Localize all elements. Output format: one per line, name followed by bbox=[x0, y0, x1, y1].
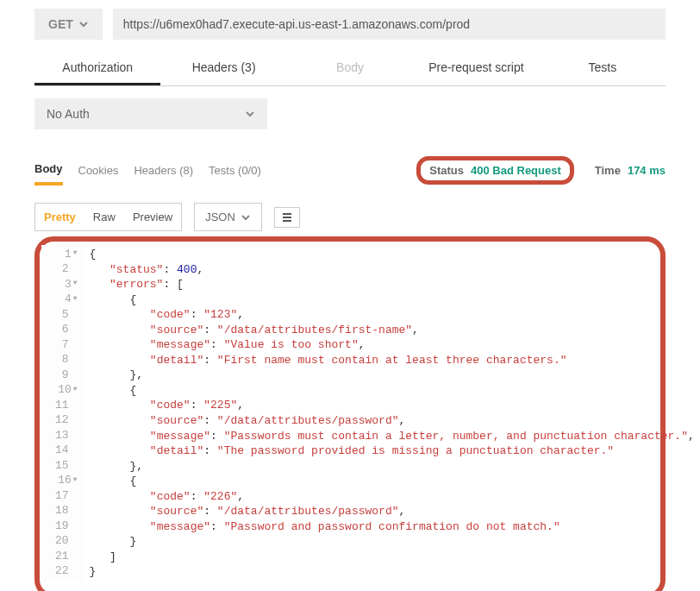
response-tab-tests[interactable]: Tests (0/0) bbox=[209, 157, 261, 184]
response-body-highlight: 1▼23▼4▼5678910▼111213141516▼171819202122… bbox=[34, 236, 666, 591]
tab-pre-request-script[interactable]: Pre-request script bbox=[413, 52, 539, 85]
view-preview-button[interactable]: Preview bbox=[124, 204, 181, 230]
wrap-lines-button[interactable] bbox=[274, 207, 300, 228]
view-pretty-button[interactable]: Pretty bbox=[35, 204, 84, 230]
view-raw-button[interactable]: Raw bbox=[84, 204, 124, 230]
url-input[interactable]: https://u6mex0had7.execute-api.us-east-1… bbox=[113, 9, 666, 40]
tab-body[interactable]: Body bbox=[287, 52, 413, 85]
body-view-mode-group: Pretty Raw Preview bbox=[34, 203, 182, 231]
http-method-dropdown[interactable]: GET bbox=[34, 9, 103, 40]
body-language-dropdown[interactable]: JSON bbox=[194, 203, 262, 231]
chevron-down-icon bbox=[245, 109, 255, 119]
status-label: Status bbox=[429, 164, 464, 177]
tab-authorization[interactable]: Authorization bbox=[34, 52, 160, 85]
response-tab-body[interactable]: Body bbox=[34, 155, 63, 185]
response-body-code: { "status": 400, "errors": [ { "code": "… bbox=[84, 245, 700, 582]
response-tab-headers[interactable]: Headers (8) bbox=[134, 157, 193, 184]
response-body-editor[interactable]: 1▼23▼4▼5678910▼111213141516▼171819202122… bbox=[41, 245, 638, 582]
time-value: 174 ms bbox=[628, 164, 666, 177]
status-value: 400 Bad Request bbox=[471, 164, 561, 177]
auth-type-label: No Auth bbox=[47, 107, 90, 121]
status-badge: Status 400 Bad Request bbox=[416, 156, 574, 185]
response-tab-cookies[interactable]: Cookies bbox=[78, 157, 119, 184]
chevron-down-icon bbox=[78, 19, 89, 29]
http-method-label: GET bbox=[48, 17, 73, 31]
response-tabs: Body Cookies Headers (8) Tests (0/0) bbox=[34, 155, 261, 185]
tab-tests[interactable]: Tests bbox=[540, 52, 666, 85]
body-language-label: JSON bbox=[205, 211, 235, 223]
tab-headers[interactable]: Headers (3) bbox=[160, 52, 286, 85]
auth-type-dropdown[interactable]: No Auth bbox=[34, 98, 267, 129]
wrap-lines-icon bbox=[283, 213, 291, 222]
request-tabs: Authorization Headers (3) Body Pre-reque… bbox=[34, 52, 666, 86]
chevron-down-icon bbox=[241, 212, 251, 223]
line-number-gutter: 1▼23▼4▼5678910▼111213141516▼171819202122 bbox=[41, 245, 84, 582]
time-label: Time bbox=[595, 164, 621, 177]
